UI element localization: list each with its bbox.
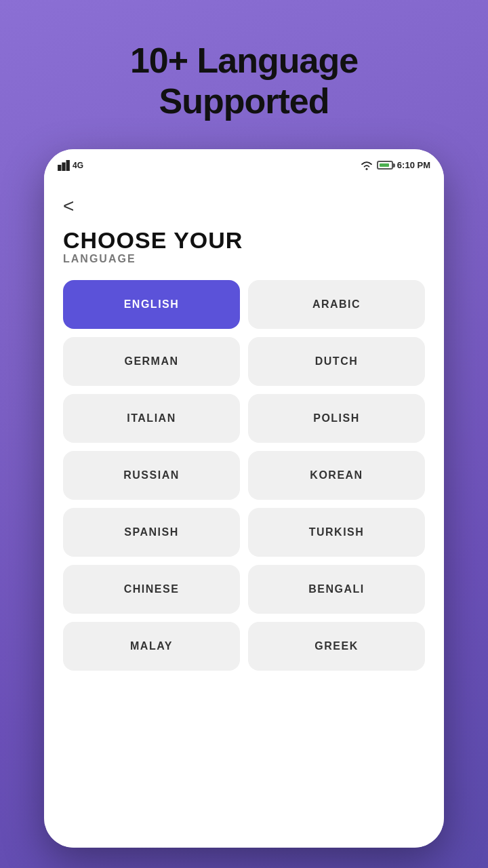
phone-frame: 4G 6:10 PM < CHOOSE YOUR LANGUAGE ENGLIS… bbox=[44, 149, 444, 848]
battery-fill bbox=[380, 163, 389, 167]
lang-btn-arabic[interactable]: ARABIC bbox=[248, 280, 425, 329]
language-grid: ENGLISHARABICGERMANDUTCHITALIANPOLISHRUS… bbox=[63, 280, 425, 671]
back-button[interactable]: < bbox=[63, 195, 74, 217]
phone-content: < CHOOSE YOUR LANGUAGE ENGLISHARABICGERM… bbox=[44, 182, 444, 848]
wifi-icon bbox=[361, 161, 373, 170]
lang-btn-polish[interactable]: POLISH bbox=[248, 394, 425, 443]
lang-btn-russian[interactable]: RUSSIAN bbox=[63, 451, 240, 500]
svg-marker-0 bbox=[58, 165, 61, 171]
signal-icon bbox=[58, 160, 70, 171]
status-bar: 4G 6:10 PM bbox=[44, 149, 444, 182]
header-line2: Supported bbox=[159, 81, 329, 121]
status-right: 6:10 PM bbox=[361, 160, 430, 170]
lang-btn-dutch[interactable]: DUTCH bbox=[248, 337, 425, 386]
page-title-sub: LANGUAGE bbox=[63, 253, 425, 265]
app-header: 10+ Language Supported bbox=[130, 41, 358, 122]
svg-marker-2 bbox=[66, 160, 70, 171]
lang-btn-bengali[interactable]: BENGALI bbox=[248, 565, 425, 614]
page-title-main: CHOOSE YOUR bbox=[63, 228, 425, 253]
svg-marker-1 bbox=[62, 162, 65, 170]
time-display: 6:10 PM bbox=[397, 160, 430, 170]
lang-btn-korean[interactable]: KOREAN bbox=[248, 451, 425, 500]
signal-label: 4G bbox=[73, 161, 83, 170]
lang-btn-turkish[interactable]: TURKISH bbox=[248, 508, 425, 557]
svg-point-3 bbox=[366, 168, 368, 170]
lang-btn-english[interactable]: ENGLISH bbox=[63, 280, 240, 329]
status-left: 4G bbox=[58, 160, 83, 171]
lang-btn-italian[interactable]: ITALIAN bbox=[63, 394, 240, 443]
lang-btn-german[interactable]: GERMAN bbox=[63, 337, 240, 386]
lang-btn-malay[interactable]: MALAY bbox=[63, 622, 240, 671]
lang-btn-spanish[interactable]: SPANISH bbox=[63, 508, 240, 557]
header-line1: 10+ Language bbox=[130, 41, 358, 80]
lang-btn-chinese[interactable]: CHINESE bbox=[63, 565, 240, 614]
battery-icon bbox=[377, 161, 393, 170]
lang-btn-greek[interactable]: GREEK bbox=[248, 622, 425, 671]
